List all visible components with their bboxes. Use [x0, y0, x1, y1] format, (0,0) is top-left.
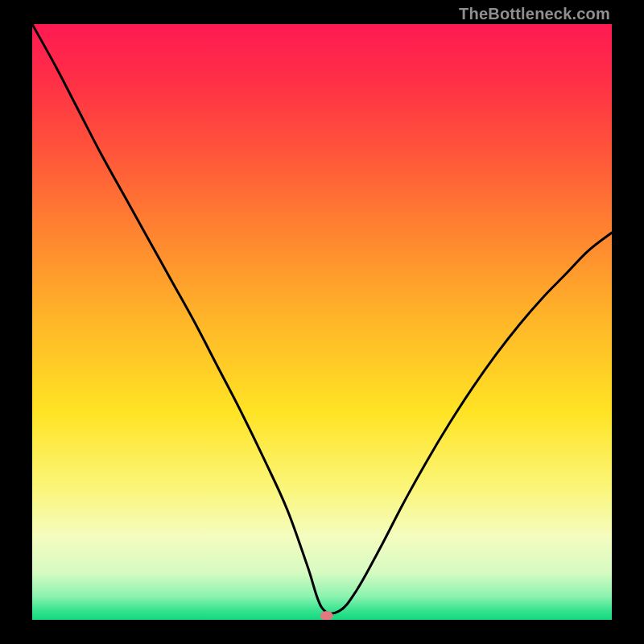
chart-frame: TheBottleneck.com: [0, 0, 644, 644]
plot-area: [32, 24, 612, 620]
bottleneck-chart: [32, 24, 612, 620]
watermark-text: TheBottleneck.com: [459, 5, 610, 23]
gradient-background: [32, 24, 612, 620]
